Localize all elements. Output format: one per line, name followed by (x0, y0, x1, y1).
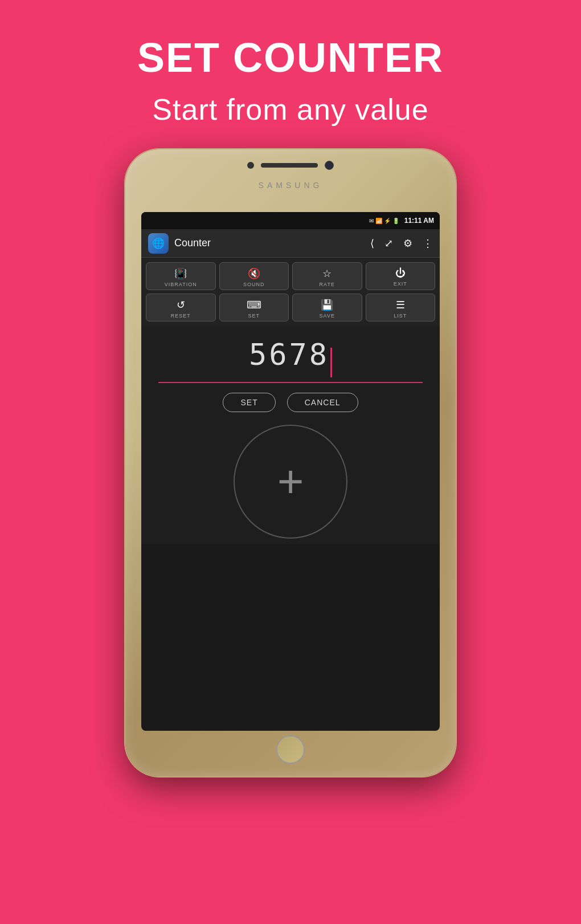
increment-button[interactable]: + (234, 425, 347, 539)
front-camera-dot (247, 162, 254, 169)
status-icon-msg: ✉ (369, 218, 374, 224)
vibration-button[interactable]: 📳 VIBRATION (146, 262, 216, 290)
page-subtitle: Start from any value (152, 92, 428, 127)
status-icon-bt: ⚡ (384, 218, 391, 224)
more-icon[interactable]: ⋮ (423, 237, 433, 250)
set-confirm-button[interactable]: SET (223, 393, 275, 412)
home-button[interactable] (276, 735, 305, 764)
save-button[interactable]: 💾 SAVE (292, 294, 362, 321)
set-grid-label: SET (248, 313, 260, 319)
vibration-icon: 📳 (174, 267, 187, 280)
sound-button[interactable]: 🔇 SOUND (219, 262, 289, 290)
status-icon-battery: 🔋 (392, 218, 399, 224)
save-icon: 💾 (321, 299, 333, 311)
status-bar: ✉ 📶 ⚡ 🔋 11:11 AM (141, 212, 440, 229)
phone-top-bar (247, 161, 334, 170)
reset-button[interactable]: ↺ RESET (146, 294, 216, 321)
exit-button[interactable]: ⏻ EXIT (366, 262, 436, 290)
app-toolbar: 🌐 Counter ⟨ ⤢ ⚙ ⋮ (141, 229, 440, 258)
plus-area: + (141, 419, 440, 544)
front-camera (325, 161, 334, 170)
counter-display: 5678 (141, 326, 440, 386)
exit-icon: ⏻ (395, 267, 406, 279)
status-time: 11:11 AM (404, 217, 434, 225)
page-title: SET COUNTER (137, 34, 444, 81)
counter-value-row: 5678 (153, 337, 428, 377)
rate-button[interactable]: ☆ RATE (292, 262, 362, 290)
status-icons: ✉ 📶 ⚡ 🔋 (369, 218, 399, 224)
speaker (261, 163, 318, 168)
list-button[interactable]: ☰ LIST (366, 294, 436, 321)
settings-icon[interactable]: ⚙ (403, 237, 412, 250)
toolbar-icons: ⟨ ⤢ ⚙ ⋮ (370, 237, 433, 250)
phone-mockup: SAMSUNG ✉ 📶 ⚡ 🔋 11:11 AM 🌐 Counter (125, 149, 456, 776)
reset-label: RESET (171, 313, 191, 319)
vibration-label: VIBRATION (165, 282, 197, 287)
counter-underline (158, 382, 423, 383)
status-icon-wifi: 📶 (375, 218, 382, 224)
sound-icon: 🔇 (248, 267, 260, 280)
button-grid: 📳 VIBRATION 🔇 SOUND ☆ RATE ⏻ EXIT ↺ (141, 258, 440, 326)
reset-icon: ↺ (177, 299, 185, 311)
cancel-button[interactable]: CANCEL (287, 393, 358, 412)
set-button-grid[interactable]: ⌨ SET (219, 294, 289, 321)
app-icon: 🌐 (148, 233, 169, 254)
list-icon: ☰ (396, 299, 405, 311)
app-title: Counter (174, 237, 370, 249)
app-icon-glyph: 🌐 (152, 237, 165, 250)
expand-icon[interactable]: ⤢ (384, 237, 393, 250)
samsung-logo: SAMSUNG (259, 181, 323, 190)
list-label: LIST (394, 313, 407, 319)
plus-icon: + (277, 459, 304, 504)
save-label: SAVE (320, 313, 335, 319)
counter-value: 5678 (249, 337, 329, 372)
share-icon[interactable]: ⟨ (370, 237, 374, 250)
rate-label: RATE (320, 282, 335, 287)
action-buttons-row: SET CANCEL (141, 386, 440, 419)
rate-icon: ☆ (322, 267, 332, 280)
sound-label: SOUND (243, 282, 265, 287)
exit-label: EXIT (394, 281, 407, 287)
phone-shell: SAMSUNG ✉ 📶 ⚡ 🔋 11:11 AM 🌐 Counter (125, 149, 456, 776)
phone-screen: ✉ 📶 ⚡ 🔋 11:11 AM 🌐 Counter ⟨ ⤢ ⚙ ⋮ (141, 212, 440, 731)
keyboard-icon: ⌨ (247, 299, 261, 311)
counter-cursor (330, 348, 332, 377)
